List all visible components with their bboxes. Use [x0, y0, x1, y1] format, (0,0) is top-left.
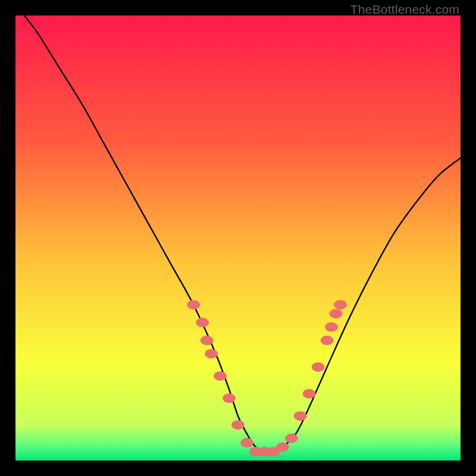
curve-marker: [205, 349, 218, 358]
curve-marker: [201, 336, 214, 345]
watermark-text: TheBottleneck.com: [350, 2, 459, 17]
curve-marker: [214, 371, 227, 381]
curve-marker: [294, 411, 307, 421]
chart-background: [15, 15, 461, 461]
curve-marker: [312, 362, 325, 372]
curve-marker: [187, 300, 200, 309]
curve-marker: [196, 318, 209, 327]
curve-marker: [325, 322, 338, 332]
curve-marker: [334, 300, 347, 309]
curve-marker: [330, 309, 343, 318]
bottleneck-chart: [15, 15, 461, 461]
curve-marker: [223, 393, 236, 403]
curve-marker: [303, 389, 316, 399]
curve-marker: [276, 443, 289, 452]
curve-marker: [231, 420, 245, 430]
curve-marker: [240, 438, 253, 447]
curve-marker: [321, 336, 334, 345]
chart-frame: [15, 15, 461, 461]
curve-marker: [285, 434, 298, 443]
